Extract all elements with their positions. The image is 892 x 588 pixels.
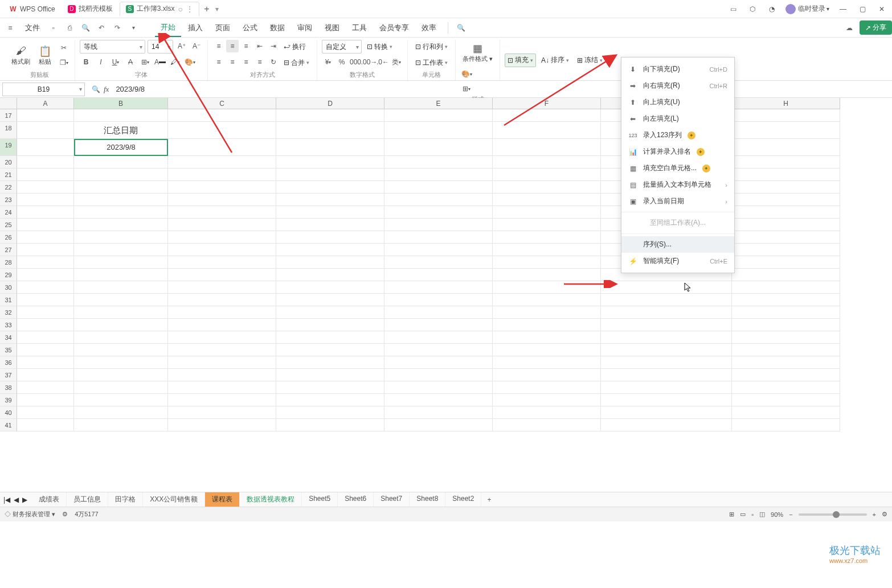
cell[interactable] xyxy=(17,331,74,344)
cell[interactable] xyxy=(601,394,732,406)
zoom-lens-icon[interactable]: 🔍 xyxy=(92,85,100,93)
cell[interactable] xyxy=(17,256,74,269)
row-header[interactable]: 23 xyxy=(0,194,17,206)
cell[interactable] xyxy=(276,168,384,181)
layout-page-icon[interactable]: ▫ xyxy=(751,511,754,518)
cell[interactable] xyxy=(276,381,384,394)
tab-workbook[interactable]: S工作簿3.xlsx○⋮ xyxy=(120,2,199,17)
cell[interactable] xyxy=(384,109,493,122)
cell[interactable] xyxy=(493,294,601,306)
cell[interactable] xyxy=(74,109,168,122)
cell[interactable] xyxy=(276,406,384,419)
cell[interactable] xyxy=(601,319,732,331)
cell[interactable] xyxy=(17,269,74,281)
cube-icon[interactable]: ⬡ xyxy=(747,3,758,15)
row-header[interactable]: 18 xyxy=(0,122,17,139)
tab-templates[interactable]: D找稻壳模板 xyxy=(62,2,118,17)
cell[interactable] xyxy=(493,181,601,194)
italic-icon[interactable]: I xyxy=(95,56,107,68)
cell[interactable] xyxy=(17,231,74,244)
cell[interactable] xyxy=(276,109,384,122)
cell[interactable] xyxy=(493,419,601,431)
cell[interactable] xyxy=(276,122,384,139)
cell[interactable] xyxy=(168,156,276,168)
cell[interactable] xyxy=(17,156,74,168)
cell[interactable] xyxy=(276,356,384,369)
cell[interactable] xyxy=(74,219,168,231)
cell[interactable] xyxy=(732,256,840,269)
cell[interactable] xyxy=(384,344,493,356)
indent-dec-icon[interactable]: ⇤ xyxy=(253,40,266,52)
font-color-icon[interactable]: A xyxy=(154,56,166,68)
wrap-button[interactable]: ⮐换行 xyxy=(281,40,309,54)
cell[interactable] xyxy=(74,156,168,168)
tabscroll-prev-icon[interactable]: ◀ xyxy=(14,496,19,504)
font-size-select[interactable]: 14 xyxy=(148,40,173,54)
cell[interactable] xyxy=(276,344,384,356)
row-header[interactable]: 36 xyxy=(0,356,17,369)
cell[interactable] xyxy=(732,181,840,194)
align-left-icon[interactable]: ≡ xyxy=(212,56,225,68)
row-header[interactable]: 25 xyxy=(0,219,17,231)
row-header[interactable]: 40 xyxy=(0,406,17,419)
cell[interactable] xyxy=(601,294,732,306)
dec-dec-icon[interactable]: .0← xyxy=(377,56,389,68)
cell[interactable] xyxy=(74,181,168,194)
cell[interactable] xyxy=(384,139,493,156)
cell[interactable] xyxy=(493,344,601,356)
sheet-tab[interactable]: Sheet8 xyxy=(410,492,445,507)
cell[interactable] xyxy=(17,381,74,394)
col-header[interactable]: D xyxy=(276,98,384,109)
cell[interactable] xyxy=(74,331,168,344)
menu-tools[interactable]: 工具 xyxy=(346,19,373,36)
cell[interactable] xyxy=(493,156,601,168)
cell[interactable] xyxy=(493,369,601,381)
cell[interactable] xyxy=(732,294,840,306)
cell[interactable] xyxy=(601,419,732,431)
border-icon[interactable]: ⊞▾ xyxy=(139,56,152,68)
cell[interactable] xyxy=(74,206,168,219)
cloud-icon[interactable]: ☁ xyxy=(842,21,856,35)
cell[interactable] xyxy=(276,319,384,331)
cell[interactable] xyxy=(384,256,493,269)
numfmt-select[interactable]: 自定义 xyxy=(322,40,362,54)
row-header[interactable]: 31 xyxy=(0,294,17,306)
row-header[interactable]: 29 xyxy=(0,269,17,281)
cell[interactable] xyxy=(384,244,493,256)
cell[interactable] xyxy=(493,168,601,181)
cell[interactable] xyxy=(493,306,601,319)
cell[interactable] xyxy=(17,109,74,122)
cell[interactable] xyxy=(732,122,840,139)
cell[interactable] xyxy=(732,231,840,244)
cell[interactable] xyxy=(732,319,840,331)
cell[interactable] xyxy=(384,206,493,219)
cell[interactable] xyxy=(732,344,840,356)
cell[interactable] xyxy=(74,356,168,369)
cell[interactable] xyxy=(601,344,732,356)
orientation-icon[interactable]: ↻ xyxy=(267,56,280,68)
redo-dropdown[interactable]: ▾ xyxy=(126,21,140,35)
cell[interactable] xyxy=(74,419,168,431)
close-window-icon[interactable]: ✕ xyxy=(876,3,887,15)
font-shrink-icon[interactable]: A⁻ xyxy=(190,40,203,52)
cell[interactable] xyxy=(276,139,384,156)
cell[interactable] xyxy=(384,369,493,381)
cell[interactable] xyxy=(276,206,384,219)
cell[interactable] xyxy=(17,419,74,431)
fill-blank-item[interactable]: ▦填充空白单元格...✦ xyxy=(621,160,734,176)
sheet-tab[interactable]: XXX公司销售额 xyxy=(143,492,205,507)
indent-inc-icon[interactable]: ⇥ xyxy=(267,40,280,52)
sheet-tab[interactable]: 员工信息 xyxy=(67,492,108,507)
cell[interactable] xyxy=(17,394,74,406)
hamburger-icon[interactable]: ≡ xyxy=(3,21,17,35)
cell[interactable] xyxy=(384,381,493,394)
fillcolor-icon[interactable]: 🎨▾ xyxy=(183,56,196,68)
cell[interactable] xyxy=(493,122,601,139)
row-header[interactable]: 21 xyxy=(0,168,17,181)
cell[interactable] xyxy=(168,319,276,331)
cell[interactable] xyxy=(732,168,840,181)
sheet-tab[interactable]: Sheet2 xyxy=(445,492,481,507)
cell[interactable] xyxy=(17,369,74,381)
sheet-tab[interactable]: Sheet5 xyxy=(302,492,338,507)
cell[interactable] xyxy=(17,281,74,294)
